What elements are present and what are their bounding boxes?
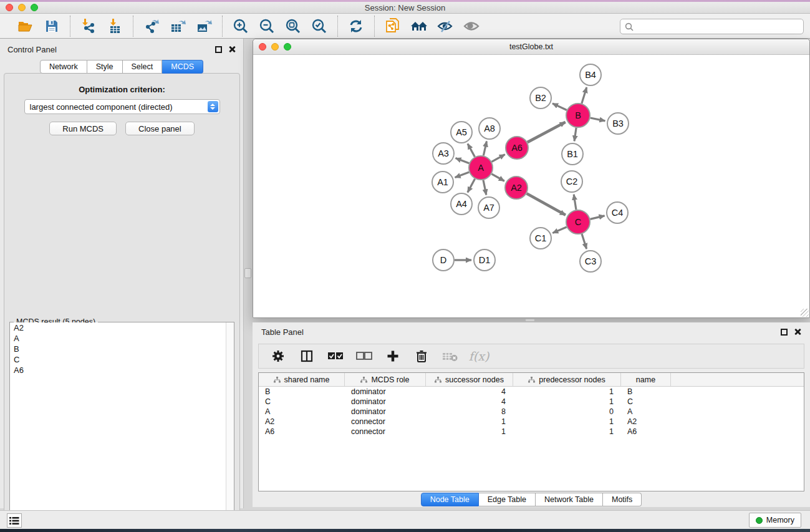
- column-header-MCDS-role[interactable]: MCDS role: [345, 373, 426, 386]
- graph-node-C[interactable]: C: [566, 210, 590, 234]
- close-panel-button[interactable]: Close panel: [125, 122, 195, 135]
- tab-motifs[interactable]: Motifs: [603, 493, 642, 506]
- table-settings-button[interactable]: [270, 348, 286, 364]
- tab-edge-table[interactable]: Edge Table: [479, 493, 536, 506]
- network-window-titlebar[interactable]: testGlobe.txt: [253, 39, 809, 55]
- table-row[interactable]: Cdominator41C: [259, 397, 804, 407]
- export-table-button[interactable]: [168, 17, 188, 36]
- graph-edge-C-C3: [582, 234, 587, 249]
- graph-node-A3[interactable]: A3: [433, 143, 454, 164]
- vertical-splitter[interactable]: [244, 39, 253, 508]
- network-window-title: testGlobe.txt: [253, 42, 809, 51]
- graph-node-A1[interactable]: A1: [432, 172, 453, 193]
- zoom-fit-button[interactable]: [283, 17, 303, 36]
- graph-node-C1[interactable]: C1: [530, 228, 551, 249]
- graph-node-A6[interactable]: A6: [506, 137, 528, 159]
- table-row[interactable]: A2connector11A2: [259, 417, 804, 427]
- open-session-button[interactable]: [16, 17, 36, 36]
- column-header-name[interactable]: name: [621, 373, 671, 386]
- column-header-successor-nodes[interactable]: successor nodes: [426, 373, 513, 386]
- zoom-selected-button[interactable]: [309, 17, 329, 36]
- task-history-button[interactable]: [7, 513, 22, 528]
- open-folder-icon: [17, 19, 34, 33]
- delete-column-button[interactable]: [413, 348, 430, 364]
- graph-edge-A-A7: [483, 180, 486, 195]
- result-list-scrollbar[interactable]: [226, 322, 234, 532]
- float-panel-icon[interactable]: [781, 329, 788, 336]
- import-network-button[interactable]: [79, 17, 99, 36]
- graph-node-A7[interactable]: A7: [478, 197, 499, 218]
- export-image-button[interactable]: [194, 17, 214, 36]
- import-table-button[interactable]: [105, 17, 125, 36]
- graph-node-B4[interactable]: B4: [580, 64, 601, 85]
- result-item[interactable]: C: [10, 354, 234, 365]
- select-all-columns-button[interactable]: [327, 348, 344, 364]
- graph-edge-A6-B: [528, 122, 566, 142]
- zoom-in-button[interactable]: [231, 17, 251, 36]
- tab-mcds[interactable]: MCDS: [162, 60, 203, 74]
- column-header-predecessor-nodes[interactable]: predecessor nodes: [513, 373, 621, 386]
- column-header-shared-name[interactable]: shared name: [259, 373, 345, 386]
- tab-network[interactable]: Network: [40, 60, 87, 74]
- result-item[interactable]: A: [10, 333, 234, 344]
- graph-node-D1[interactable]: D1: [474, 249, 495, 271]
- tab-node-table[interactable]: Node Table: [421, 493, 479, 506]
- unselect-all-columns-button[interactable]: [356, 348, 372, 364]
- graph-node-A4[interactable]: A4: [451, 193, 472, 215]
- splitter-handle-icon[interactable]: [525, 319, 535, 322]
- network-canvas[interactable]: B4B2BB3B1A5A8A6A3AA1C2A2A4A7C4CC1DD1C3: [253, 55, 809, 317]
- window-resize-grip-icon[interactable]: [801, 309, 809, 317]
- criterion-dropdown[interactable]: largest connected component (directed): [24, 99, 220, 114]
- search-input[interactable]: [637, 22, 803, 31]
- show-eye-button[interactable]: [461, 17, 481, 36]
- refresh-view-button[interactable]: [346, 17, 366, 36]
- graph-node-D[interactable]: D: [433, 249, 454, 271]
- show-all-networks-button[interactable]: [409, 17, 429, 36]
- function-builder-button[interactable]: f(x): [471, 348, 487, 364]
- new-network-from-selection-button[interactable]: [383, 17, 403, 36]
- delete-table-button[interactable]: [442, 348, 458, 364]
- table-row[interactable]: Bdominator41B: [259, 387, 804, 397]
- column-type-icon: [360, 377, 367, 383]
- graph-node-C4[interactable]: C4: [607, 202, 628, 223]
- float-panel-icon[interactable]: [215, 46, 222, 53]
- graph-node-A8[interactable]: A8: [479, 118, 500, 139]
- close-panel-icon[interactable]: [228, 46, 236, 53]
- table-row[interactable]: Adominator80A: [259, 407, 804, 417]
- search-field[interactable]: [620, 19, 804, 34]
- table-toolbar: f(x): [258, 344, 804, 369]
- show-columns-button[interactable]: [299, 348, 315, 364]
- tab-select[interactable]: Select: [123, 60, 163, 74]
- graph-node-A5[interactable]: A5: [451, 122, 472, 143]
- graph-node-A2[interactable]: A2: [505, 177, 528, 199]
- table-cell: A6: [259, 427, 345, 437]
- add-column-button[interactable]: [385, 348, 401, 364]
- hide-selected-button[interactable]: [435, 17, 455, 36]
- graph-node-B3[interactable]: B3: [607, 113, 629, 134]
- graph-node-A[interactable]: A: [469, 156, 493, 180]
- tab-network-table[interactable]: Network Table: [536, 493, 603, 506]
- save-session-button[interactable]: [42, 17, 62, 36]
- graph-node-B1[interactable]: B1: [562, 143, 583, 165]
- graph-node-B2[interactable]: B2: [530, 87, 551, 109]
- table-row[interactable]: A6connector11A6: [259, 427, 804, 437]
- graph-node-C2[interactable]: C2: [561, 171, 582, 192]
- tab-style[interactable]: Style: [87, 60, 123, 74]
- result-item[interactable]: A2: [10, 322, 234, 333]
- cytoscape-app: Session: New Session: [0, 0, 810, 532]
- wallpaper-strip-bottom: [0, 529, 810, 532]
- graph-edge-A-A4: [468, 179, 475, 193]
- run-mcds-button[interactable]: Run MCDS: [49, 122, 117, 135]
- memory-button[interactable]: Memory: [749, 513, 801, 528]
- graph-node-B[interactable]: B: [566, 104, 590, 127]
- zoom-out-button[interactable]: [257, 17, 277, 36]
- dropdown-stepper-icon: [208, 101, 218, 112]
- graph-node-C3[interactable]: C3: [580, 251, 601, 272]
- graph-node-label: B: [575, 110, 581, 120]
- result-item[interactable]: B: [10, 344, 234, 354]
- network-graph[interactable]: B4B2BB3B1A5A8A6A3AA1C2A2A4A7C4CC1DD1C3: [253, 55, 809, 317]
- export-network-button[interactable]: [142, 17, 162, 36]
- result-item[interactable]: A6: [10, 365, 234, 375]
- close-panel-icon[interactable]: [794, 328, 801, 336]
- splitter-handle-icon[interactable]: [244, 268, 251, 278]
